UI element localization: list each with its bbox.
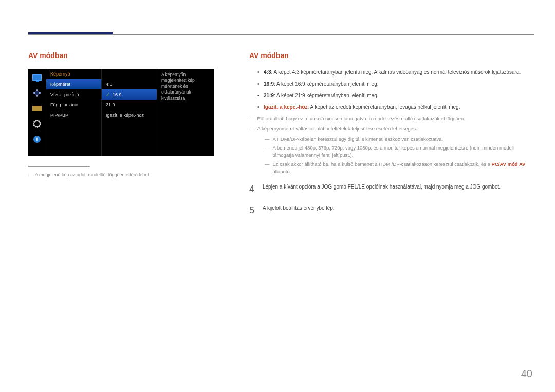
osd-menu: i Képernyő Képméret Vízsz. pozíció Függ.… — [28, 69, 214, 156]
sub-note: ―A bemeneti jel 480p, 576p, 720p, vagy 1… — [265, 144, 534, 159]
check-icon: ✓ — [106, 92, 110, 97]
page-body: AV módban i Képernyő Képméret Vízsz. poz… — [28, 51, 534, 226]
osd-description: A képernyőn megjelenített kép méretének … — [157, 69, 214, 156]
feature-bullets: 4:3: A képet 4:3 képméretarányban jelení… — [257, 69, 534, 111]
dash-icon: ― — [265, 161, 270, 175]
bullet-item: 4:3: A képet 4:3 képméretarányban jelení… — [257, 69, 534, 77]
step-number: 4 — [249, 184, 256, 195]
osd-body: Képernyő Képméret Vízsz. pozíció Függ. p… — [46, 69, 214, 156]
rectangle-icon — [32, 104, 42, 113]
osd-option-selected[interactable]: ✓16:9 — [102, 89, 157, 100]
header-accent-bar — [28, 32, 113, 34]
svg-rect-4 — [35, 91, 39, 95]
left-footnote: ― A megjelenő kép az adott modelltől füg… — [28, 172, 234, 177]
left-column: AV módban i Képernyő Képméret Vízsz. poz… — [28, 51, 234, 226]
bullet-item: 21:9: A képet 21:9 képméretarányban jele… — [257, 92, 534, 100]
dash-icon: ― — [249, 125, 254, 133]
svg-marker-3 — [39, 92, 41, 94]
bullet-item: 16:9: A képet 16:9 képméretarányban jele… — [257, 81, 534, 88]
dash-icon: ― — [265, 144, 270, 159]
sub-notes: ―A HDMI/DP-kábelen keresztül egy digitál… — [265, 136, 534, 175]
monitor-icon — [32, 73, 42, 82]
step: 5 A kijelölt beállítás érvénybe lép. — [249, 205, 534, 216]
right-column: AV módban 4:3: A képet 4:3 képméretarány… — [249, 51, 534, 226]
osd-menu-item[interactable]: Függ. pozíció — [46, 100, 101, 110]
osd-option[interactable]: Igazít. a képe.-höz — [102, 110, 157, 120]
osd-sidebar-icons: i — [28, 69, 46, 156]
osd-spacer — [102, 69, 157, 79]
step-number: 5 — [249, 205, 256, 216]
svg-marker-2 — [33, 92, 35, 94]
osd-category-label: Képernyő — [46, 69, 101, 79]
osd-menu-item[interactable]: PIP/PBP — [46, 110, 101, 120]
osd-option[interactable]: 21:9 — [102, 100, 157, 110]
svg-marker-0 — [36, 89, 38, 91]
step-text: Lépjen a kívánt opcióra a JOG gomb FEL/L… — [263, 184, 501, 190]
step-text: A kijelölt beállítás érvénybe lép. — [263, 205, 335, 211]
info-icon: i — [32, 135, 42, 144]
section-title-left: AV módban — [28, 51, 234, 60]
navigation-arrows-icon — [32, 88, 42, 98]
gear-icon — [32, 119, 42, 128]
section-title-right: AV módban — [249, 51, 534, 60]
svg-marker-1 — [36, 95, 38, 97]
osd-menu-column: Képernyő Képméret Vízsz. pozíció Függ. p… — [46, 69, 102, 156]
bullet-item: Igazít. a képe.-höz: A képet az eredeti … — [257, 104, 534, 111]
osd-menu-item-selected[interactable]: Képméret — [46, 79, 101, 89]
note: ―A képernyőméret-váltás az alábbi feltét… — [249, 125, 534, 133]
footnote-rule — [28, 166, 90, 167]
footnote-text: A megjelenő kép az adott modelltől függő… — [35, 172, 150, 177]
note: ―Előfordulhat, hogy ez a funkció nincsen… — [249, 115, 534, 122]
step: 4 Lépjen a kívánt opcióra a JOG gomb FEL… — [249, 184, 534, 195]
dash-icon: ― — [249, 115, 254, 122]
page-number: 40 — [521, 368, 532, 380]
sub-note: ―A HDMI/DP-kábelen keresztül egy digitál… — [265, 136, 534, 143]
osd-option[interactable]: 4:3 — [102, 79, 157, 89]
footnote-dash-icon: ― — [28, 172, 33, 177]
osd-menu-item[interactable]: Vízsz. pozíció — [46, 89, 101, 100]
header-rule — [28, 34, 534, 35]
steps: 4 Lépjen a kívánt opcióra a JOG gomb FEL… — [249, 184, 534, 216]
sub-note: ―Ez csak akkor állítható be, ha a külső … — [265, 161, 534, 175]
osd-options-column: 4:3 ✓16:9 21:9 Igazít. a képe.-höz — [102, 69, 157, 156]
dash-icon: ― — [265, 136, 270, 143]
